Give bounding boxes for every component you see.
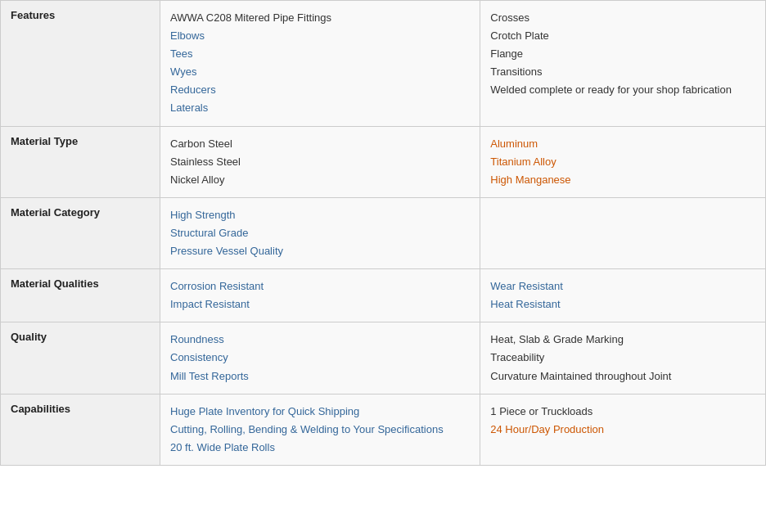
row-label-quality: Quality	[1, 322, 160, 394]
list-item[interactable]: Heat Resistant	[490, 295, 755, 313]
list-item[interactable]: 24 Hour/Day Production	[490, 421, 755, 439]
list-item: Nickel Alloy	[170, 171, 470, 189]
list-item: Heat, Slab & Grade Marking	[490, 331, 755, 349]
list-item: Flange	[490, 45, 755, 63]
list-item: Crotch Plate	[490, 27, 755, 45]
right-content-cell	[480, 197, 766, 268]
right-content-cell: Heat, Slab & Grade MarkingTraceabilityCu…	[480, 322, 766, 394]
row-label-material-type: Material Type	[1, 126, 160, 197]
row-label-features: Features	[1, 1, 160, 127]
list-item[interactable]: Wyes	[170, 63, 470, 81]
list-item[interactable]: Mill Test Reports	[170, 367, 470, 385]
list-item[interactable]: Corrosion Resistant	[170, 277, 470, 295]
list-item: AWWA C208 Mitered Pipe Fittings	[170, 9, 470, 27]
list-item[interactable]: Elbows	[170, 27, 470, 45]
table-row: Material TypeCarbon SteelStainless Steel…	[1, 126, 766, 197]
list-item: Curvature Maintained throughout Joint	[490, 367, 755, 385]
left-content-cell: RoundnessConsistencyMill Test Reports	[160, 322, 480, 394]
list-item[interactable]: Reducers	[170, 81, 470, 99]
list-item[interactable]: 20 ft. Wide Plate Rolls	[170, 439, 470, 457]
list-item[interactable]: Laterals	[170, 99, 470, 117]
table-row: Material QualitiesCorrosion ResistantImp…	[1, 269, 766, 322]
right-content-cell: AluminumTitanium AlloyHigh Manganese	[480, 126, 766, 197]
right-content-cell: CrossesCrotch PlateFlangeTransitionsWeld…	[480, 1, 766, 127]
left-content-cell: Carbon SteelStainless SteelNickel Alloy	[160, 126, 480, 197]
table-row: Material CategoryHigh StrengthStructural…	[1, 197, 766, 268]
list-item[interactable]: Titanium Alloy	[490, 153, 755, 171]
left-content-cell: High StrengthStructural GradePressure Ve…	[160, 197, 480, 268]
left-content-cell: AWWA C208 Mitered Pipe FittingsElbowsTee…	[160, 1, 480, 127]
list-item: Transitions	[490, 63, 755, 81]
table-row: FeaturesAWWA C208 Mitered Pipe FittingsE…	[1, 1, 766, 127]
list-item[interactable]: Roundness	[170, 331, 470, 349]
list-item[interactable]: Consistency	[170, 349, 470, 367]
list-item[interactable]: High Manganese	[490, 171, 755, 189]
right-content-cell: Wear ResistantHeat Resistant	[480, 269, 766, 322]
row-label-capabilities: Capabilities	[1, 394, 160, 465]
main-table: FeaturesAWWA C208 Mitered Pipe FittingsE…	[0, 0, 766, 466]
list-item[interactable]: Wear Resistant	[490, 277, 755, 295]
list-item: Carbon Steel	[170, 135, 470, 153]
list-item[interactable]: Huge Plate Inventory for Quick Shipping	[170, 403, 470, 421]
list-item: Welded complete or ready for your shop f…	[490, 81, 755, 99]
right-content-cell: 1 Piece or Truckloads24 Hour/Day Product…	[480, 394, 766, 465]
list-item: Stainless Steel	[170, 153, 470, 171]
list-item[interactable]: Aluminum	[490, 135, 755, 153]
list-item[interactable]: Tees	[170, 45, 470, 63]
left-content-cell: Huge Plate Inventory for Quick ShippingC…	[160, 394, 480, 465]
row-label-material-category: Material Category	[1, 197, 160, 268]
list-item: Traceability	[490, 349, 755, 367]
list-item[interactable]: High Strength	[170, 206, 470, 224]
list-item[interactable]: Impact Resistant	[170, 295, 470, 313]
list-item: Crosses	[490, 9, 755, 27]
list-item: 1 Piece or Truckloads	[490, 403, 755, 421]
left-content-cell: Corrosion ResistantImpact Resistant	[160, 269, 480, 322]
table-row: QualityRoundnessConsistencyMill Test Rep…	[1, 322, 766, 394]
list-item[interactable]: Cutting, Rolling, Bending & Welding to Y…	[170, 421, 470, 439]
row-label-material-qualities: Material Qualities	[1, 269, 160, 322]
list-item[interactable]: Pressure Vessel Quality	[170, 242, 470, 260]
table-row: CapabilitiesHuge Plate Inventory for Qui…	[1, 394, 766, 465]
list-item[interactable]: Structural Grade	[170, 224, 470, 242]
